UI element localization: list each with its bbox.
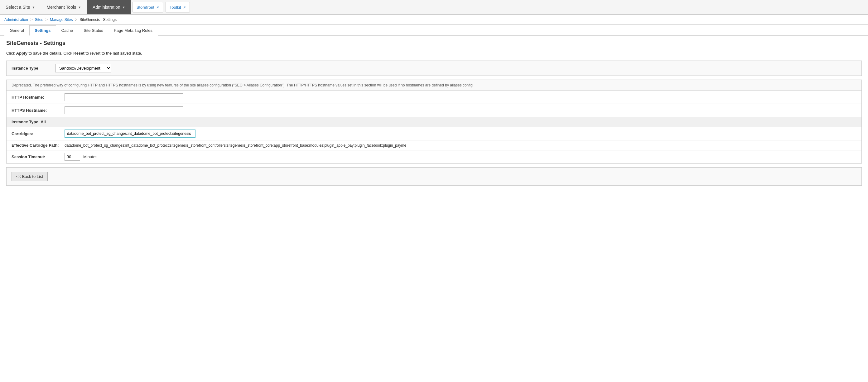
tab-settings[interactable]: Settings xyxy=(29,25,56,36)
session-timeout-row: Session Timeout: Minutes xyxy=(6,150,862,163)
toolkit-external-icon: ➚ xyxy=(183,5,186,9)
instance-type-select[interactable]: Sandbox/Development Production Staging D… xyxy=(55,64,111,72)
hostname-fields-section: HTTP Hostname: HTTPS Hostname: Instance … xyxy=(6,91,862,164)
main-content: SiteGenesis - Settings Click Apply to sa… xyxy=(0,36,868,190)
tab-cache[interactable]: Cache xyxy=(56,25,79,36)
tab-site-status[interactable]: Site Status xyxy=(78,25,108,36)
breadcrumb-current: SiteGenesis - Settings xyxy=(80,18,117,22)
breadcrumb-manage-sites[interactable]: Manage Sites xyxy=(50,18,73,22)
http-hostname-label: HTTP Hostname: xyxy=(11,95,61,99)
merchant-tools-label: Merchant Tools xyxy=(47,5,76,10)
bottom-section: << Back to List xyxy=(6,167,862,186)
effective-cartridge-row: Effective Cartridge Path: datadome_bot_p… xyxy=(6,141,862,150)
deprecated-text: Deprecated. The preferred way of configu… xyxy=(11,83,473,87)
session-timeout-label: Session Timeout: xyxy=(11,154,61,159)
select-site-label: Select a Site xyxy=(6,5,30,10)
breadcrumb: Administration > Sites > Manage Sites > … xyxy=(0,15,868,25)
tab-general[interactable]: General xyxy=(4,25,29,36)
storefront-label: Storefront xyxy=(136,5,154,10)
select-site-menu[interactable]: Select a Site ▼ xyxy=(0,0,41,14)
instance-type-all-row: Instance Type: All xyxy=(6,117,862,127)
merchant-tools-menu[interactable]: Merchant Tools ▼ xyxy=(41,0,87,14)
effective-cartridge-label: Effective Cartridge Path: xyxy=(11,143,61,148)
https-hostname-row: HTTPS Hostname: xyxy=(6,104,862,117)
back-to-list-button[interactable]: << Back to List xyxy=(11,172,48,181)
http-hostname-input[interactable] xyxy=(65,93,183,101)
session-timeout-input[interactable] xyxy=(65,153,80,161)
breadcrumb-admin[interactable]: Administration xyxy=(4,18,28,22)
breadcrumb-sep-3: > xyxy=(75,18,77,22)
toolkit-label: Toolkit xyxy=(169,5,181,10)
deprecated-notice: Deprecated. The preferred way of configu… xyxy=(6,80,862,91)
effective-cartridge-path: datadome_bot_protect_sg_changes:int_data… xyxy=(65,143,406,148)
https-hostname-input[interactable] xyxy=(65,107,183,114)
instance-type-section: Instance Type: Sandbox/Development Produ… xyxy=(6,61,862,76)
breadcrumb-sep-1: > xyxy=(30,18,32,22)
https-hostname-label: HTTPS Hostname: xyxy=(11,108,61,113)
top-nav: Select a Site ▼ Merchant Tools ▼ Adminis… xyxy=(0,0,868,15)
administration-chevron: ▼ xyxy=(122,6,125,9)
breadcrumb-sites[interactable]: Sites xyxy=(35,18,43,22)
apply-label: Apply xyxy=(16,51,27,56)
storefront-button[interactable]: Storefront ➚ xyxy=(132,2,163,12)
instance-type-row: Instance Type: Sandbox/Development Produ… xyxy=(11,64,857,72)
cartridges-input[interactable] xyxy=(65,129,195,138)
minutes-label: Minutes xyxy=(83,154,98,159)
breadcrumb-sep-2: > xyxy=(45,18,48,22)
http-hostname-row: HTTP Hostname: xyxy=(6,91,862,104)
tabs-container: General Settings Cache Site Status Page … xyxy=(0,25,868,36)
reset-label: Reset xyxy=(73,51,84,56)
instance-type-label: Instance Type: xyxy=(11,66,52,70)
merchant-tools-chevron: ▼ xyxy=(78,6,81,9)
select-site-chevron: ▼ xyxy=(32,6,35,9)
page-title: SiteGenesis - Settings xyxy=(6,40,862,47)
administration-label: Administration xyxy=(93,5,120,10)
instance-type-all-label: Instance Type: All xyxy=(11,120,61,124)
toolkit-button[interactable]: Toolkit ➚ xyxy=(165,2,190,12)
cartridges-label: Cartridges: xyxy=(11,131,61,136)
help-text: Click Apply to save the details. Click R… xyxy=(6,51,862,56)
tab-page-meta-tag-rules[interactable]: Page Meta Tag Rules xyxy=(108,25,158,36)
storefront-external-icon: ➚ xyxy=(156,5,159,9)
administration-menu[interactable]: Administration ▼ xyxy=(87,0,131,14)
cartridges-row: Cartridges: xyxy=(6,127,862,141)
